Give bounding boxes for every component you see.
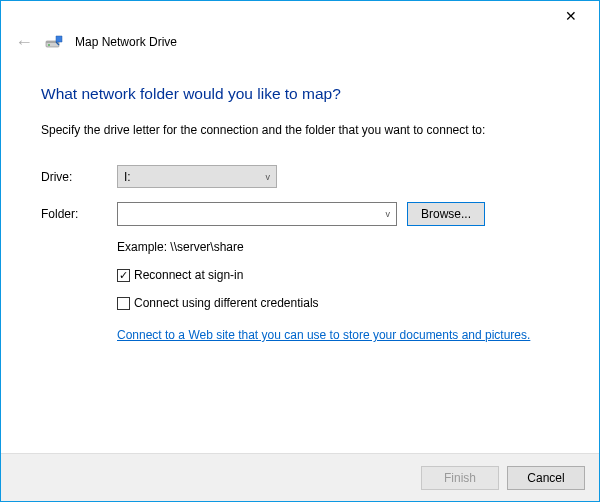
page-heading: What network folder would you like to ma…	[41, 85, 559, 103]
reconnect-row: ✓ Reconnect at sign-in	[117, 268, 559, 282]
titlebar: ✕	[1, 1, 599, 31]
diff-creds-label: Connect using different credentials	[134, 296, 319, 310]
finish-button: Finish	[421, 466, 499, 490]
browse-button[interactable]: Browse...	[407, 202, 485, 226]
footer: Finish Cancel	[1, 453, 599, 501]
drive-row: Drive: I: v	[41, 165, 559, 188]
instruction-text: Specify the drive letter for the connect…	[41, 123, 559, 137]
content-area: What network folder would you like to ma…	[1, 57, 599, 453]
example-text: Example: \\server\share	[117, 240, 559, 254]
svg-point-2	[48, 44, 50, 46]
wizard-title: Map Network Drive	[75, 35, 177, 49]
folder-row: Folder: v Browse...	[41, 202, 559, 226]
folder-combobox[interactable]: v	[117, 202, 397, 226]
options-block: Example: \\server\share ✓ Reconnect at s…	[117, 240, 559, 342]
reconnect-label: Reconnect at sign-in	[134, 268, 243, 282]
diff-creds-checkbox[interactable]	[117, 297, 130, 310]
wizard-header: ← Map Network Drive	[1, 31, 599, 57]
close-icon: ✕	[565, 8, 577, 24]
cancel-button[interactable]: Cancel	[507, 466, 585, 490]
drive-select-value: I:	[124, 170, 131, 184]
website-link[interactable]: Connect to a Web site that you can use t…	[117, 328, 530, 342]
reconnect-checkbox[interactable]: ✓	[117, 269, 130, 282]
drive-select[interactable]: I: v	[117, 165, 277, 188]
back-arrow-icon: ←	[15, 33, 33, 51]
close-button[interactable]: ✕	[551, 3, 591, 29]
chevron-down-icon: v	[266, 172, 271, 182]
network-drive-icon	[45, 33, 63, 51]
folder-label: Folder:	[41, 207, 117, 221]
chevron-down-icon: v	[386, 209, 391, 219]
diff-creds-row: Connect using different credentials	[117, 296, 559, 310]
drive-label: Drive:	[41, 170, 117, 184]
